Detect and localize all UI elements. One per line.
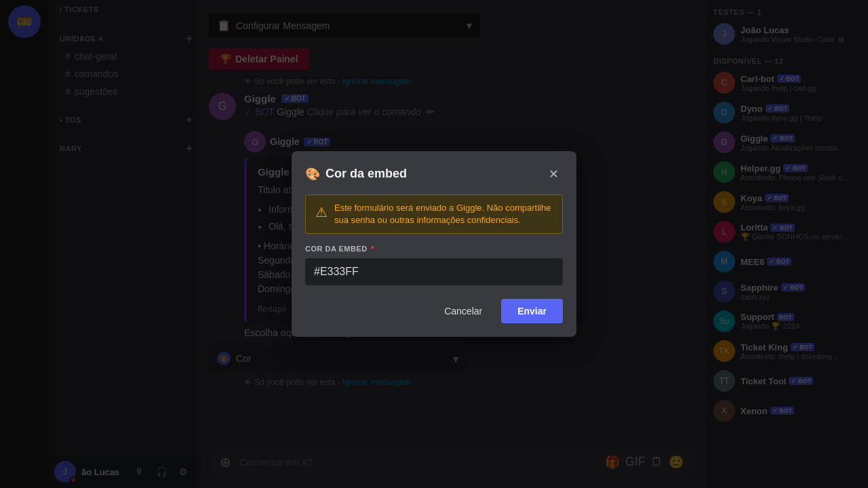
embed-color-input[interactable] <box>305 258 563 285</box>
warning-box: ⚠ Este formulário será enviado a Giggle.… <box>305 195 563 234</box>
modal-header: 🎨 Cor da embed ✕ <box>305 165 563 184</box>
cancel-button[interactable]: Cancelar <box>433 300 493 322</box>
submit-button[interactable]: Enviar <box>501 299 563 323</box>
modal-title: 🎨 Cor da embed <box>305 167 407 182</box>
field-label-text: COR DA EMBED <box>305 245 368 253</box>
modal-close-button[interactable]: ✕ <box>544 165 563 184</box>
required-star: * <box>371 245 374 253</box>
form-field-label: COR DA EMBED * <box>305 245 563 253</box>
embed-color-modal: 🎨 Cor da embed ✕ ⚠ Este formulário será … <box>292 151 576 337</box>
warning-text: Este formulário será enviado a Giggle. N… <box>334 202 553 226</box>
warning-icon: ⚠ <box>315 203 328 222</box>
modal-title-text: Cor da embed <box>326 167 407 181</box>
modal-title-icon: 🎨 <box>305 167 320 182</box>
modal-overlay: 🎨 Cor da embed ✕ ⚠ Este formulário será … <box>0 0 868 488</box>
modal-actions: Cancelar Enviar <box>305 299 563 323</box>
